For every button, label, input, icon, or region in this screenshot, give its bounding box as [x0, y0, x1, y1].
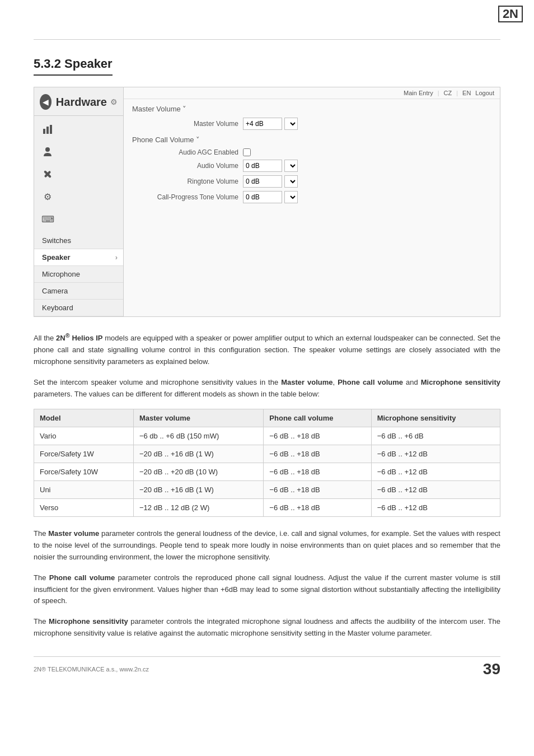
top-nav: Main Entry | CZ | EN Logout — [124, 87, 500, 99]
table-cell-1-3: −6 dB .. +12 dB — [371, 445, 500, 463]
sidebar-icon-tool[interactable] — [34, 163, 123, 185]
master-volume-header[interactable]: Master Volume ˅ — [132, 105, 491, 113]
sidebar-icon-person[interactable] — [34, 141, 123, 163]
gear-icon[interactable]: ⚙ — [110, 97, 118, 106]
table-cell-0-1: −6 db .. +6 dB (150 mW) — [133, 427, 263, 445]
body-paragraph-2: Set the intercom speaker volume and micr… — [34, 377, 500, 400]
svg-point-3 — [45, 147, 50, 152]
top-divider — [34, 39, 500, 40]
audio-agc-checkbox[interactable] — [243, 148, 251, 156]
sidebar-icon-list: ⚙ ⌨ — [34, 116, 123, 232]
col-header-phone-call: Phone call volume — [264, 409, 371, 427]
settings-main: Main Entry | CZ | EN Logout Master Volum… — [124, 87, 500, 316]
ringtone-volume-label: Ringtone Volume — [138, 178, 238, 185]
sidebar-icon-keyboard[interactable]: ⌨ — [34, 208, 123, 230]
col-header-microphone: Microphone sensitivity — [371, 409, 500, 427]
nav-main-entry[interactable]: Main Entry — [404, 90, 433, 96]
logo: 2N — [498, 6, 523, 22]
call-progress-input[interactable] — [243, 191, 282, 203]
sidebar-items: Switches Speaker › Microphone Camera Key… — [34, 232, 123, 316]
table-row: Force/Safety 10W−20 dB .. +20 dB (10 W)−… — [34, 463, 500, 481]
table-cell-3-3: −6 dB .. +12 dB — [371, 481, 500, 499]
phone-call-header[interactable]: Phone Call Volume ˅ — [132, 136, 491, 144]
nav-en[interactable]: EN — [462, 90, 471, 96]
table-cell-1-2: −6 dB .. +18 dB — [264, 445, 371, 463]
ringtone-volume-select[interactable]: ▾ — [284, 175, 298, 188]
body-phone-call-volume: The Phone call volume parameter controls… — [34, 572, 500, 607]
sidebar-item-keyboard[interactable]: Keyboard — [34, 300, 123, 316]
master-volume-input[interactable] — [243, 118, 282, 130]
audio-agc-value-box — [243, 148, 251, 156]
settings-panel: Master Volume ˅ Master Volume ▾ Phone Ca… — [124, 99, 500, 212]
svg-rect-0 — [43, 129, 45, 134]
audio-agc-label: Audio AGC Enabled — [138, 148, 238, 156]
audio-volume-input[interactable] — [243, 160, 282, 172]
back-button[interactable]: ◀ — [40, 94, 51, 110]
model-table: Model Master volume Phone call volume Mi… — [34, 409, 500, 517]
table-cell-4-0: Verso — [34, 499, 134, 517]
table-row: Verso−12 dB .. 12 dB (2 W)−6 dB .. +18 d… — [34, 499, 500, 517]
nav-sep1: | — [438, 90, 439, 96]
audio-agc-row: Audio AGC Enabled — [132, 148, 491, 156]
table-cell-3-0: Uni — [34, 481, 134, 499]
bar-chart-icon — [40, 122, 55, 137]
table-cell-0-2: −6 dB .. +18 dB — [264, 427, 371, 445]
table-cell-2-0: Force/Safety 10W — [34, 463, 134, 481]
sidebar-item-speaker[interactable]: Speaker › — [34, 249, 123, 266]
call-progress-row: Call-Progress Tone Volume ▾ — [132, 191, 491, 203]
audio-volume-label: Audio Volume — [138, 162, 238, 170]
svg-rect-1 — [46, 127, 49, 134]
sidebar: ◀ Hardware ⚙ — [34, 87, 124, 316]
body-master-volume: The Master volume parameter controls the… — [34, 528, 500, 563]
ringtone-volume-row: Ringtone Volume ▾ — [132, 175, 491, 188]
audio-volume-value-box: ▾ — [243, 160, 298, 172]
ringtone-volume-value-box: ▾ — [243, 175, 298, 188]
table-row: Vario−6 db .. +6 dB (150 mW)−6 dB .. +18… — [34, 427, 500, 445]
body-microphone-sensitivity: The Microphone sensitivity parameter con… — [34, 616, 500, 640]
sidebar-title: Hardware — [56, 96, 107, 109]
table-cell-3-2: −6 dB .. +18 dB — [264, 481, 371, 499]
table-cell-3-1: −20 dB .. +16 dB (1 W) — [133, 481, 263, 499]
table-row: Force/Safety 1W−20 dB .. +16 dB (1 W)−6 … — [34, 445, 500, 463]
sidebar-header: ◀ Hardware ⚙ — [34, 87, 123, 116]
table-cell-4-1: −12 dB .. 12 dB (2 W) — [133, 499, 263, 517]
audio-volume-row: Audio Volume ▾ — [132, 160, 491, 172]
sidebar-item-microphone[interactable]: Microphone — [34, 266, 123, 283]
settings-icon: ⚙ — [40, 189, 55, 204]
nav-cz[interactable]: CZ — [444, 90, 452, 96]
back-icon: ◀ — [43, 97, 49, 106]
audio-volume-select[interactable]: ▾ — [284, 160, 298, 172]
master-volume-label: Master Volume — [138, 120, 238, 128]
sidebar-icon-settings[interactable]: ⚙ — [34, 185, 123, 208]
table-cell-0-0: Vario — [34, 427, 134, 445]
sidebar-item-camera[interactable]: Camera — [34, 283, 123, 300]
page-number: 39 — [483, 660, 500, 678]
page-title: 5.3.2 Speaker — [34, 57, 113, 76]
footer-text: 2N® TELEKOMUNIKACE a.s., www.2n.cz — [34, 666, 149, 673]
ui-screenshot-block: ◀ Hardware ⚙ — [34, 87, 500, 317]
nav-logout[interactable]: Logout — [475, 90, 494, 96]
col-header-model: Model — [34, 409, 134, 427]
tool-icon — [40, 166, 55, 182]
table-cell-4-3: −6 dB .. +12 dB — [371, 499, 500, 517]
table-cell-2-1: −20 dB .. +20 dB (10 W) — [133, 463, 263, 481]
call-progress-select[interactable]: ▾ — [284, 191, 298, 203]
master-volume-select[interactable]: ▾ — [284, 118, 298, 130]
table-cell-1-1: −20 dB .. +16 dB (1 W) — [133, 445, 263, 463]
table-row: Uni−20 dB .. +16 dB (1 W)−6 dB .. +18 dB… — [34, 481, 500, 499]
table-cell-4-2: −6 dB .. +18 dB — [264, 499, 371, 517]
table-cell-2-3: −6 dB .. +12 dB — [371, 463, 500, 481]
ringtone-volume-input[interactable] — [243, 175, 282, 188]
table-cell-2-2: −6 dB .. +18 dB — [264, 463, 371, 481]
body-paragraph-1: All the 2N® Helios IP models are equippe… — [34, 331, 500, 368]
person-icon — [40, 144, 55, 160]
sidebar-item-switches[interactable]: Switches — [34, 232, 123, 249]
master-volume-value-box: ▾ — [243, 118, 298, 130]
table-cell-1-0: Force/Safety 1W — [34, 445, 134, 463]
chevron-right-icon: › — [115, 253, 118, 262]
sidebar-icon-barchart[interactable] — [34, 118, 123, 141]
keyboard2-icon: ⌨ — [40, 211, 55, 227]
col-header-master-volume: Master volume — [133, 409, 263, 427]
call-progress-value-box: ▾ — [243, 191, 298, 203]
page-footer: 2N® TELEKOMUNIKACE a.s., www.2n.cz 39 — [34, 656, 500, 678]
